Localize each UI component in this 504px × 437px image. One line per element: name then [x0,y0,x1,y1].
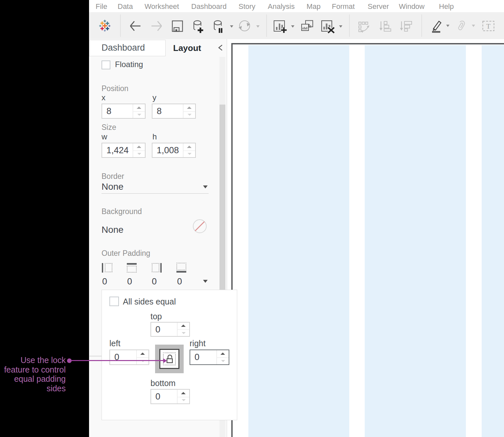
svg-text:T: T [486,22,491,30]
